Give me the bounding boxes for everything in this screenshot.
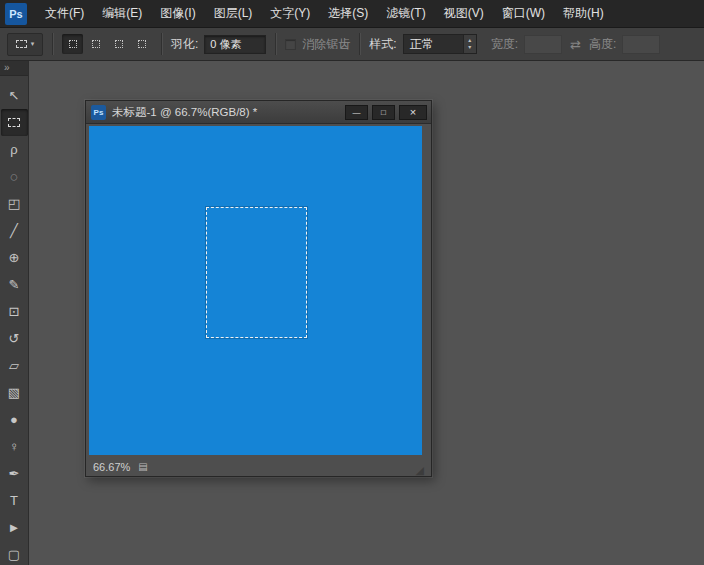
minimize-button[interactable]: — — [345, 105, 368, 120]
history-brush-icon: ↺ — [9, 331, 20, 346]
chevron-down-icon: ▾ — [31, 40, 35, 48]
tool-eraser[interactable]: ▱ — [1, 352, 28, 379]
workspace: Ps 未标题-1 @ 66.7%(RGB/8) * — □ × 66.67% ▤… — [29, 61, 704, 565]
shape-icon: ▢ — [8, 547, 20, 562]
selection-mode-group — [62, 34, 152, 54]
dodge-icon: ♀ — [9, 439, 19, 454]
document-statusbar: 66.67% ▤ ◢ — [86, 457, 431, 476]
tool-lasso[interactable]: ρ — [1, 136, 28, 163]
divider — [275, 33, 276, 55]
clone-stamp-icon: ⊡ — [9, 304, 20, 319]
tool-dodge[interactable]: ♀ — [1, 433, 28, 460]
menu-item-view[interactable]: 视图(V) — [435, 0, 493, 27]
tool-text[interactable]: T — [1, 487, 28, 514]
menu-item-image[interactable]: 图像(I) — [151, 0, 204, 27]
tool-history-brush[interactable]: ↺ — [1, 325, 28, 352]
zoom-level[interactable]: 66.67% — [93, 461, 130, 473]
crop-icon: ◰ — [8, 196, 20, 211]
eyedropper-icon: ╱ — [10, 223, 18, 238]
file-info-icon[interactable]: ▤ — [138, 461, 147, 472]
width-label: 宽度: — [491, 36, 518, 53]
eraser-icon: ▱ — [9, 358, 19, 373]
tool-blur[interactable]: ● — [1, 406, 28, 433]
add-selection-icon — [92, 40, 100, 48]
tool-pen[interactable]: ✒ — [1, 460, 28, 487]
tool-eyedropper[interactable]: ╱ — [1, 217, 28, 244]
healing-brush-icon: ⊕ — [9, 250, 20, 265]
tool-clone-stamp[interactable]: ⊡ — [1, 298, 28, 325]
tool-crop[interactable]: ◰ — [1, 190, 28, 217]
text-icon: T — [10, 493, 18, 508]
divider — [359, 33, 360, 55]
divider — [161, 33, 162, 55]
quick-select-icon: ◌ — [10, 169, 18, 184]
path-select-icon: ► — [8, 520, 21, 535]
menu-bar-items: 文件(F)编辑(E)图像(I)图层(L)文字(Y)选择(S)滤镜(T)视图(V)… — [36, 0, 613, 27]
menu-item-file[interactable]: 文件(F) — [36, 0, 93, 27]
spinner-up-icon: ▴ — [468, 37, 471, 44]
menu-item-layer[interactable]: 图层(L) — [205, 0, 262, 27]
tool-palette: » ↖ρ◌◰╱⊕✎⊡↺▱▧●♀✒T►▢ — [0, 61, 29, 565]
feather-input[interactable]: 0 像素 — [204, 35, 266, 54]
menu-item-select[interactable]: 选择(S) — [319, 0, 377, 27]
blur-icon: ● — [10, 412, 18, 427]
swap-dimensions-icon[interactable]: ⇄ — [568, 37, 583, 52]
toolbar-tools: ↖ρ◌◰╱⊕✎⊡↺▱▧●♀✒T►▢ — [0, 76, 28, 565]
tool-preset-button[interactable]: ▾ — [7, 33, 43, 56]
subtract-selection-button[interactable] — [108, 34, 129, 54]
tool-gradient[interactable]: ▧ — [1, 379, 28, 406]
subtract-selection-icon — [115, 40, 123, 48]
width-input[interactable] — [524, 35, 562, 54]
tool-brush[interactable]: ✎ — [1, 271, 28, 298]
style-select[interactable]: 正常 ▴ ▾ — [403, 34, 477, 54]
feather-label: 羽化: — [171, 36, 198, 53]
close-button[interactable]: × — [399, 105, 427, 120]
toolbar-collapse-button[interactable]: » — [0, 61, 28, 76]
rect-marquee-icon — [16, 40, 27, 48]
height-label: 高度: — [589, 36, 616, 53]
intersect-selection-icon — [138, 40, 146, 48]
photoshop-app: Ps 文件(F)编辑(E)图像(I)图层(L)文字(Y)选择(S)滤镜(T)视图… — [0, 0, 704, 565]
document-titlebar[interactable]: Ps 未标题-1 @ 66.7%(RGB/8) * — □ × — [86, 101, 431, 124]
tool-quick-select[interactable]: ◌ — [1, 163, 28, 190]
resize-grip-icon[interactable]: ◢ — [416, 465, 424, 476]
menu-item-edit[interactable]: 编辑(E) — [93, 0, 151, 27]
menu-item-help[interactable]: 帮助(H) — [554, 0, 613, 27]
document-ps-icon: Ps — [91, 105, 106, 120]
new-selection-button[interactable] — [62, 34, 83, 54]
brush-icon: ✎ — [9, 277, 20, 292]
antialias-checkbox[interactable] — [285, 39, 296, 50]
canvas[interactable] — [89, 126, 422, 455]
menu-item-window[interactable]: 窗口(W) — [493, 0, 554, 27]
pen-icon: ✒ — [9, 466, 20, 481]
antialias-label: 消除锯齿 — [302, 36, 350, 53]
rect-marquee-icon — [8, 118, 20, 127]
menu-bar: Ps 文件(F)编辑(E)图像(I)图层(L)文字(Y)选择(S)滤镜(T)视图… — [0, 0, 704, 28]
menu-item-type[interactable]: 文字(Y) — [261, 0, 319, 27]
maximize-button[interactable]: □ — [372, 105, 395, 120]
options-bar: ▾ 羽化: 0 像素 消除锯齿 样式: 正常 ▴ — [0, 28, 704, 61]
height-input[interactable] — [622, 35, 660, 54]
new-selection-icon — [69, 40, 77, 48]
tool-shape[interactable]: ▢ — [1, 541, 28, 565]
lasso-icon: ρ — [10, 142, 17, 157]
add-selection-button[interactable] — [85, 34, 106, 54]
gradient-icon: ▧ — [8, 385, 20, 400]
menu-item-filter[interactable]: 滤镜(T) — [377, 0, 434, 27]
style-label: 样式: — [369, 36, 396, 53]
divider — [52, 33, 53, 55]
tool-healing-brush[interactable]: ⊕ — [1, 244, 28, 271]
spinner-down-icon: ▾ — [468, 44, 471, 51]
style-select-value: 正常 — [410, 36, 434, 53]
tool-rect-marquee[interactable] — [1, 109, 28, 136]
spinner-icon[interactable]: ▴ ▾ — [463, 35, 476, 53]
tool-move[interactable]: ↖ — [1, 82, 28, 109]
intersect-selection-button[interactable] — [131, 34, 152, 54]
document-window: Ps 未标题-1 @ 66.7%(RGB/8) * — □ × 66.67% ▤… — [85, 100, 432, 477]
app-logo-icon: Ps — [5, 3, 27, 25]
tool-path-select[interactable]: ► — [1, 514, 28, 541]
selection-marquee[interactable] — [206, 207, 307, 338]
document-body — [86, 124, 431, 457]
document-title: 未标题-1 @ 66.7%(RGB/8) * — [112, 105, 345, 120]
window-controls: — □ × — [345, 105, 427, 120]
